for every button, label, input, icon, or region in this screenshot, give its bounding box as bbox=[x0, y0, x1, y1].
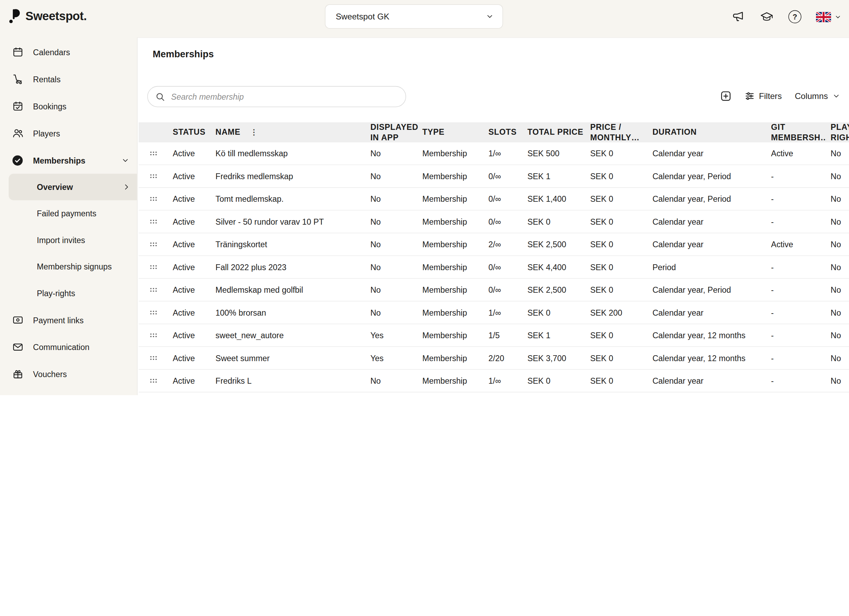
club-selector-value: Sweetspot GK bbox=[335, 12, 389, 22]
cell-git-membership: - bbox=[767, 308, 826, 317]
filters-label: Filters bbox=[759, 91, 782, 101]
help-icon[interactable]: ? bbox=[788, 10, 801, 23]
drag-handle-icon[interactable] bbox=[139, 309, 168, 316]
cell-type: Membership bbox=[418, 308, 484, 317]
drag-handle-icon[interactable] bbox=[139, 354, 168, 362]
cell-total-price: SEK 3,700 bbox=[523, 354, 586, 363]
table-row[interactable]: ActiveFredriks medlemskapNoMembership0/∞… bbox=[139, 165, 849, 187]
drag-handle-icon[interactable] bbox=[139, 286, 168, 293]
sidebar-item-bookings[interactable]: Bookings bbox=[0, 93, 137, 120]
drag-handle-icon[interactable] bbox=[139, 263, 168, 271]
table-row[interactable]: ActiveSweet summerYesMembership2/20SEK 3… bbox=[139, 347, 849, 369]
cell-git-membership: - bbox=[767, 262, 826, 272]
sidebar-item-memberships[interactable]: Memberships bbox=[0, 147, 137, 174]
cell-total-price: SEK 0 bbox=[523, 376, 586, 385]
column-header-type[interactable]: TYPE bbox=[418, 122, 484, 142]
cell-type: Membership bbox=[418, 376, 484, 385]
cell-git-membership: - bbox=[767, 195, 826, 204]
drag-handle-icon[interactable] bbox=[139, 377, 168, 384]
cell-git-membership: - bbox=[767, 285, 826, 294]
cell-duration: Calendar year bbox=[648, 376, 767, 385]
submenu-item-overview[interactable]: Overview bbox=[9, 174, 137, 200]
cell-git-membership: Active bbox=[767, 149, 826, 158]
cell-name: Fredriks medlemskap bbox=[211, 171, 366, 180]
table-row[interactable]: ActiveMedlemskap med golfbilNoMembership… bbox=[139, 279, 849, 301]
cell-total-price: SEK 500 bbox=[523, 149, 586, 158]
submenu-item-failed-payments[interactable]: Failed payments bbox=[0, 200, 137, 227]
cell-displayed-in-app: No bbox=[366, 195, 418, 204]
drag-handle-icon[interactable] bbox=[139, 195, 168, 202]
sidebar-item-calendars[interactable]: Calendars bbox=[0, 39, 137, 65]
table-row[interactable]: ActiveKö till medlemsskapNoMembership1/∞… bbox=[139, 142, 849, 165]
drag-handle-icon[interactable] bbox=[139, 218, 168, 225]
trolley-icon bbox=[12, 74, 24, 84]
cell-duration: Calendar year bbox=[648, 217, 767, 226]
filters-button[interactable]: Filters bbox=[745, 91, 782, 101]
cell-slots: 1/5 bbox=[484, 330, 523, 339]
help-glyph: ? bbox=[792, 12, 797, 21]
table-row[interactable]: ActiveFredriks LNoMembership1/∞SEK 0SEK … bbox=[139, 370, 849, 392]
announcements-megaphone-icon[interactable] bbox=[732, 10, 745, 23]
chevron-down-icon bbox=[832, 92, 840, 100]
cell-status: Active bbox=[168, 217, 211, 226]
column-header-status[interactable]: STATUS bbox=[168, 122, 211, 142]
cell-status: Active bbox=[168, 240, 211, 249]
sidebar-item-partnerships[interactable]: Partnerships bbox=[0, 387, 137, 395]
table-row[interactable]: Active100% brorsanNoMembership1/∞SEK 0SE… bbox=[139, 301, 849, 324]
cell-slots: 0/∞ bbox=[484, 262, 523, 272]
table-row[interactable]: Activesweet_new_autoreYesMembership1/5SE… bbox=[139, 324, 849, 347]
column-header-total-price[interactable]: TOTAL PRICE bbox=[523, 122, 586, 142]
drag-handle-icon[interactable] bbox=[139, 241, 168, 248]
columns-button[interactable]: Columns bbox=[795, 91, 840, 101]
column-header-displayed-in-app[interactable]: DISPLAYED IN APP bbox=[366, 122, 418, 142]
uk-flag-icon bbox=[816, 12, 831, 22]
header-handle-cell bbox=[139, 122, 168, 142]
column-header-duration[interactable]: DURATION bbox=[648, 122, 767, 142]
cell-type: Membership bbox=[418, 171, 484, 180]
calendar-check-icon bbox=[12, 101, 24, 112]
submenu-item-label: Play-rights bbox=[37, 289, 75, 298]
sidebar-item-vouchers[interactable]: Vouchers bbox=[0, 360, 137, 387]
memberships-table: STATUS NAME⋮ DISPLAYED IN APP TYPE SLOTS… bbox=[139, 122, 849, 395]
cell-type: Membership bbox=[418, 354, 484, 363]
cell-price-monthly: SEK 0 bbox=[586, 240, 648, 249]
drag-handle-icon[interactable] bbox=[139, 173, 168, 180]
drag-handle-icon[interactable] bbox=[139, 332, 168, 339]
club-selector[interactable]: Sweetspot GK bbox=[325, 4, 503, 28]
cell-type: Membership bbox=[418, 285, 484, 294]
sidebar-item-payment-links[interactable]: Payment links bbox=[0, 306, 137, 333]
column-header-git-membership[interactable]: GIT MEMBERSH… bbox=[767, 122, 826, 142]
table-row[interactable]: ActiveTräningskortetNoMembership2/∞SEK 2… bbox=[139, 234, 849, 256]
search-input[interactable] bbox=[170, 91, 398, 102]
table-row[interactable]: ActiveSilver - 50 rundor varav 10 PTNoMe… bbox=[139, 210, 849, 233]
submenu-item-import-invites[interactable]: Import invites bbox=[0, 227, 137, 253]
gift-icon bbox=[12, 368, 24, 379]
sidebar-item-label: Memberships bbox=[33, 156, 85, 165]
submenu-item-membership-signups[interactable]: Membership signups bbox=[0, 253, 137, 280]
cell-price-monthly: SEK 0 bbox=[586, 285, 648, 294]
language-selector[interactable] bbox=[816, 12, 842, 22]
cell-displayed-in-app: No bbox=[366, 308, 418, 317]
cell-name: Fredriks L bbox=[211, 376, 366, 385]
column-menu-icon[interactable]: ⋮ bbox=[250, 128, 258, 137]
table-row[interactable]: ActiveFall 2022 plus 2023NoMembership0/∞… bbox=[139, 256, 849, 278]
column-header-price-monthly[interactable]: PRICE / MONTHLY… bbox=[586, 122, 648, 142]
column-header-slots[interactable]: SLOTS bbox=[484, 122, 523, 142]
chevron-down-icon bbox=[121, 156, 129, 164]
sidebar-item-communication[interactable]: Communication bbox=[0, 333, 137, 360]
main-content: Memberships Filters Columns bbox=[137, 37, 849, 395]
drag-handle-icon[interactable] bbox=[139, 150, 168, 157]
sidebar-item-rentals[interactable]: Rentals bbox=[0, 65, 137, 93]
cell-price-monthly: SEK 200 bbox=[586, 308, 648, 317]
table-row[interactable]: ActiveNYdiscountYesMembership3/∞SEK 1SEK… bbox=[139, 392, 849, 395]
cell-displayed-in-app: Yes bbox=[366, 330, 418, 339]
memberships-submenu: Overview Failed payments Import invites … bbox=[0, 174, 137, 306]
column-header-play-right[interactable]: PLAY- RIGHT bbox=[827, 122, 849, 142]
sidebar-item-players[interactable]: Players bbox=[0, 119, 137, 147]
column-header-name[interactable]: NAME⋮ bbox=[211, 122, 366, 142]
cell-play-right: No bbox=[827, 308, 849, 317]
add-membership-button[interactable] bbox=[720, 90, 731, 102]
academy-graduation-cap-icon[interactable] bbox=[760, 11, 774, 22]
table-row[interactable]: ActiveTomt medlemskap.NoMembership0/∞SEK… bbox=[139, 188, 849, 210]
submenu-item-play-rights[interactable]: Play-rights bbox=[0, 280, 137, 306]
